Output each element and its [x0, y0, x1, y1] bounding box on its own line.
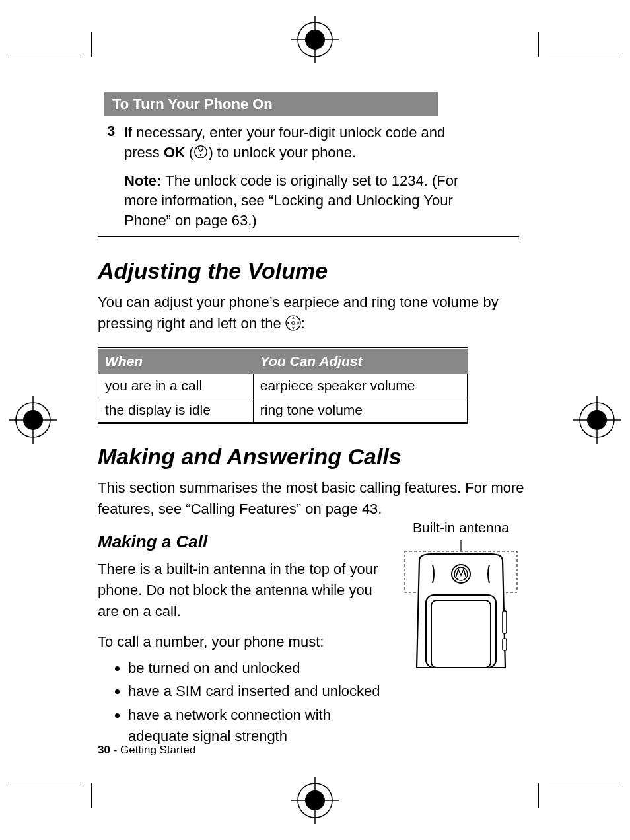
step-note: Note: The unlock code is originally set … — [124, 171, 479, 230]
table-header-when: When — [98, 349, 254, 374]
crop-mark — [8, 783, 81, 783]
step-number: 3 — [98, 116, 124, 230]
cell-adjust: ring tone volume — [253, 398, 467, 423]
heading-making-answering: Making and Answering Calls — [98, 444, 527, 470]
svg-rect-27 — [503, 639, 507, 650]
svg-point-17 — [200, 154, 202, 156]
cell-adjust: earpiece speaker volume — [253, 374, 467, 398]
registration-target-icon — [291, 777, 339, 824]
svg-point-19 — [292, 322, 295, 324]
crop-mark — [8, 57, 81, 57]
antenna-callout: Built-in antenna — [395, 520, 527, 536]
page-footer: 30 - Getting Started — [98, 744, 195, 757]
crop-mark — [91, 32, 92, 57]
crop-mark — [91, 783, 92, 808]
cell-when: the display is idle — [98, 398, 254, 423]
list-item: be turned on and unlocked — [128, 658, 383, 679]
crop-mark — [549, 57, 622, 57]
step-text: If necessary, enter your four-digit unlo… — [124, 123, 479, 162]
note-label: Note: — [124, 172, 165, 189]
antenna-paragraph: There is a built-in antenna in the top o… — [98, 559, 383, 622]
procedure-header: To Turn Your Phone On — [104, 92, 438, 116]
calls-intro: This section summarises the most basic c… — [98, 477, 527, 520]
requirements-list: be turned on and unlocked have a SIM car… — [98, 658, 383, 748]
volume-table: When You Can Adjust you are in a call ea… — [98, 347, 468, 424]
ok-key-label: OK — [164, 144, 185, 160]
volume-intro: You can adjust your phone’s earpiece and… — [98, 292, 527, 334]
crop-mark — [538, 32, 539, 57]
crop-mark — [538, 783, 539, 808]
registration-target-icon — [573, 396, 621, 444]
crop-mark — [549, 783, 622, 783]
svg-point-16 — [195, 146, 207, 158]
volume-intro-part: : — [301, 315, 305, 332]
heading-making-call: Making a Call — [98, 532, 383, 552]
nav-key-icon — [285, 315, 301, 331]
note-text: The unlock code is originally set to 123… — [124, 172, 458, 228]
softkey-icon — [193, 145, 208, 159]
phone-antenna-illustration — [398, 538, 524, 670]
svg-rect-26 — [503, 611, 507, 633]
list-item: have a network connection with adequate … — [128, 705, 383, 747]
page-number: 30 — [98, 744, 110, 756]
heading-adjusting-volume: Adjusting the Volume — [98, 258, 527, 284]
registration-target-icon — [291, 16, 339, 63]
registration-target-icon — [9, 396, 57, 444]
requirements-lead: To call a number, your phone must: — [98, 631, 383, 652]
step-text-part: to unlock your phone. — [213, 144, 356, 160]
cell-when: you are in a call — [98, 374, 254, 398]
list-item: have a SIM card inserted and unlocked — [128, 681, 383, 702]
procedure-step: 3 If necessary, enter your four-digit un… — [98, 116, 519, 238]
table-row: the display is idle ring tone volume — [98, 398, 468, 423]
table-header-adjust: You Can Adjust — [253, 349, 467, 374]
table-row: you are in a call earpiece speaker volum… — [98, 374, 468, 398]
footer-section: - Getting Started — [110, 744, 195, 756]
